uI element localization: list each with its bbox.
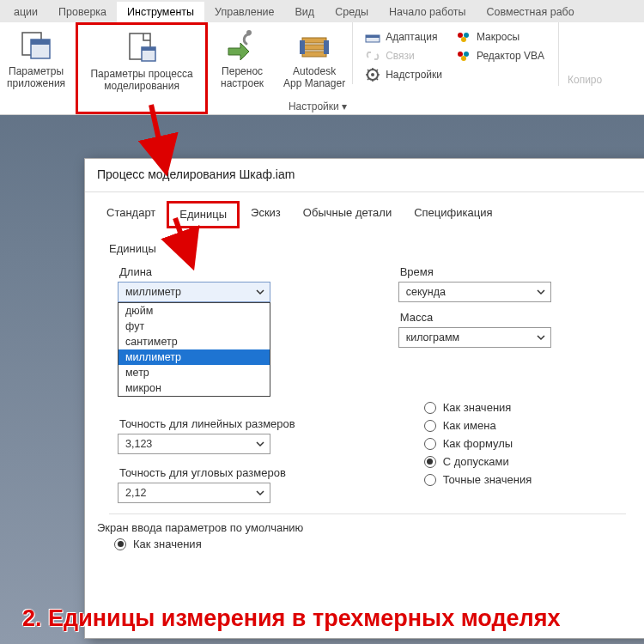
app-params-icon — [19, 27, 53, 62]
app-params-button[interactable]: Параметры приложения — [0, 22, 72, 114]
transfer-icon — [225, 27, 259, 62]
length-dropdown[interactable]: дюймфутсантиметрмиллиметрметрмикрон — [118, 302, 270, 397]
time-label: Время — [400, 265, 551, 278]
length-option[interactable]: микрон — [118, 380, 270, 396]
display-radio-4[interactable]: Точные значения — [424, 473, 551, 486]
svg-point-17 — [464, 33, 469, 38]
svg-point-18 — [461, 37, 466, 42]
svg-rect-9 — [302, 52, 326, 57]
menu-tab-2[interactable]: Инструменты — [117, 2, 204, 22]
svg-point-21 — [461, 56, 466, 61]
length-option[interactable]: метр — [118, 365, 270, 380]
svg-rect-7 — [302, 38, 326, 43]
annotation-caption: 2. Единицы измерения в трехмерных моделя… — [22, 605, 561, 632]
angular-precision-label: Точность для угловых размеров — [119, 466, 295, 479]
ribbon-group-label[interactable]: Настройки ▾ — [232, 100, 404, 112]
svg-rect-10 — [300, 40, 305, 54]
display-radios: Как значенияКак именаКак формулыС допуск… — [424, 396, 551, 491]
svg-point-20 — [464, 52, 469, 57]
menu-tab-4[interactable]: Вид — [285, 2, 325, 22]
app-manager-label: Autodesk App Manager — [283, 65, 345, 89]
screen-input-label: Экран ввода параметров по умолчанию — [97, 521, 626, 534]
chevron-down-icon — [537, 333, 545, 342]
main-menu-bar[interactable]: ацииПроверкаИнструментыУправлениеВидСред… — [0, 0, 644, 22]
menu-tab-3[interactable]: Управление — [204, 2, 285, 22]
dialog-tab-Стандарт[interactable]: Стандарт — [95, 201, 167, 228]
display-radio-2[interactable]: Как формулы — [424, 437, 551, 450]
annotation-arrow-2 — [160, 215, 211, 275]
display-radio-0[interactable]: Как значения — [424, 401, 551, 414]
svg-point-15 — [371, 73, 374, 76]
adaptation-button[interactable]: Адаптация — [358, 27, 449, 46]
chevron-down-icon — [256, 288, 264, 296]
copy-button: Копиро — [558, 22, 602, 86]
transfer-label: Перенос настроек — [221, 65, 264, 89]
mass-label: Масса — [400, 311, 551, 324]
svg-rect-13 — [366, 35, 380, 38]
macros-icon — [456, 29, 471, 45]
process-params-button[interactable]: Параметры процесса моделирования — [78, 25, 205, 112]
display-radio-1[interactable]: Как имена — [424, 419, 551, 432]
vba-button[interactable]: Редактор VBA — [449, 46, 551, 65]
dialog-tab-Обычные детали[interactable]: Обычные детали — [292, 201, 403, 228]
chevron-down-icon — [256, 440, 264, 448]
vba-icon — [456, 48, 471, 64]
display-radio-3[interactable]: С допусками — [424, 455, 551, 468]
svg-rect-8 — [302, 45, 326, 50]
menu-tab-1[interactable]: Проверка — [48, 2, 117, 22]
menu-tab-6[interactable]: Начало работы — [379, 2, 476, 22]
menu-tab-0[interactable]: ации — [3, 2, 48, 22]
svg-point-6 — [246, 30, 252, 35]
menu-tab-7[interactable]: Совместная рабо — [477, 2, 585, 22]
time-combo[interactable]: секунда — [398, 282, 551, 302]
process-params-highlight: Параметры процесса моделирования — [76, 22, 208, 114]
length-option[interactable]: сантиметр — [118, 334, 270, 349]
annotation-arrow-1 — [120, 101, 189, 179]
screen-input-radio[interactable]: Как значения — [114, 538, 626, 550]
app-params-label: Параметры приложения — [7, 65, 65, 89]
chevron-down-icon — [537, 288, 545, 296]
chevron-down-icon — [256, 489, 264, 497]
process-params-icon — [125, 30, 159, 64]
links-icon — [365, 48, 380, 64]
length-option[interactable]: миллиметр — [118, 349, 270, 365]
macros-button[interactable]: Макросы — [449, 27, 551, 46]
linear-precision-combo[interactable]: 3,123 — [118, 434, 270, 454]
linear-precision-label: Точность для линейных размеров — [119, 417, 295, 430]
links-button: Связи — [358, 46, 449, 65]
svg-rect-2 — [31, 39, 50, 45]
svg-point-19 — [458, 52, 463, 57]
mass-combo[interactable]: килограмм — [398, 327, 551, 348]
svg-rect-11 — [324, 40, 329, 54]
length-combo[interactable]: миллиметр дюймфутсантиметрмиллиметрметрм… — [118, 282, 270, 302]
addins-icon — [365, 67, 380, 82]
process-params-label: Параметры процесса моделирования — [90, 68, 192, 92]
ribbon: Параметры приложения Параметры процесса … — [0, 22, 644, 115]
menu-tab-5[interactable]: Среды — [325, 2, 379, 22]
addins-button[interactable]: Надстройки — [358, 65, 449, 84]
svg-rect-5 — [142, 47, 155, 51]
dialog-tab-Спецификация[interactable]: Спецификация — [403, 201, 503, 228]
angular-precision-combo[interactable]: 2,12 — [118, 483, 270, 503]
adaptation-icon — [365, 29, 380, 45]
length-option[interactable]: фут — [118, 319, 270, 334]
app-manager-icon — [297, 27, 331, 62]
svg-point-16 — [458, 33, 463, 38]
dialog-tab-Эскиз[interactable]: Эскиз — [240, 201, 292, 228]
length-option[interactable]: дюйм — [118, 303, 270, 319]
